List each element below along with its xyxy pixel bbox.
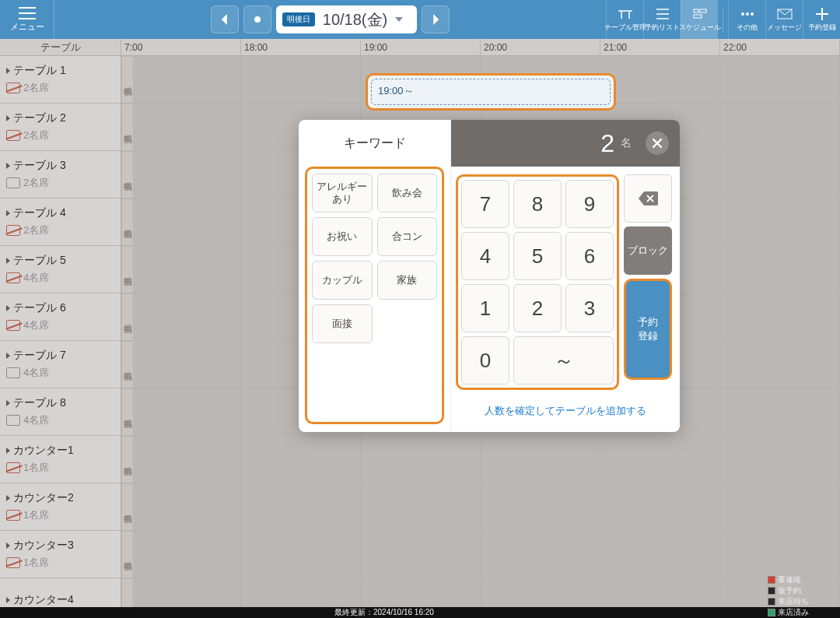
nav-new-reservation[interactable]: 予約登録 [803, 0, 840, 39]
next-day-button[interactable] [422, 5, 450, 33]
date-picker[interactable]: 明後日 10/18(金) [276, 5, 417, 33]
numpad-key-8[interactable]: 8 [513, 180, 562, 228]
close-button[interactable] [646, 132, 669, 155]
topbar-center: 明後日 10/18(金) [54, 5, 606, 33]
nav-schedule[interactable]: スケジュール [681, 0, 718, 39]
numpad-key-～[interactable]: ～ [513, 336, 614, 384]
reservation-popup: キーワード アレルギーあり飲み会お祝い合コンカップル家族面接 2 名 78945… [299, 120, 680, 432]
numpad-panel: 2 名 7894561230～ ブロック 予約登録 人数を確定してテーブルを追加… [451, 120, 680, 432]
nav-message[interactable]: メッセージ [765, 0, 803, 39]
keyword-button[interactable]: お祝い [312, 217, 373, 256]
close-icon [652, 138, 663, 149]
guest-count-display: 2 名 [451, 120, 680, 167]
numpad-key-7[interactable]: 7 [461, 180, 509, 228]
topbar-right: テーブル管理 予約リスト スケジュール その他 メッセージ 予約登録 [606, 0, 840, 39]
legend-item: 要連絡 [768, 574, 832, 585]
svg-rect-1 [700, 9, 706, 12]
backspace-icon [637, 190, 659, 207]
menu-button[interactable]: メニュー [0, 0, 54, 39]
date-badge: 明後日 [282, 12, 315, 26]
nav-reservation-list[interactable]: 予約リスト [643, 0, 681, 39]
slot-label: 19:00～ [378, 84, 414, 98]
keyword-panel: キーワード アレルギーあり飲み会お祝い合コンカップル家族面接 [299, 120, 451, 432]
status-bar: 最終更新：2024/10/16 16:20 要連絡 仮予約 来店待ち 来店済み … [0, 607, 840, 618]
keypad-highlight: 7894561230～ [456, 174, 619, 390]
keyword-button[interactable]: 面接 [312, 304, 373, 343]
keyword-title: キーワード [299, 120, 450, 167]
backspace-button[interactable] [624, 174, 672, 223]
prev-day-button[interactable] [211, 5, 239, 33]
numpad-key-9[interactable]: 9 [565, 180, 614, 228]
last-updated: 最終更新：2024/10/16 16:20 [334, 607, 434, 618]
guest-count-unit: 名 [621, 136, 632, 150]
today-button[interactable] [243, 5, 271, 33]
svg-point-5 [751, 12, 754, 16]
hamburger-icon [19, 7, 36, 19]
confirm-reservation-button[interactable]: 予約登録 [624, 279, 672, 380]
svg-point-3 [741, 12, 744, 16]
date-text: 10/18(金) [323, 9, 387, 30]
chevron-down-icon [395, 17, 403, 22]
mail-icon [776, 7, 793, 21]
keyword-button[interactable]: 家族 [377, 261, 438, 300]
legend-item: 来店済み [768, 607, 832, 618]
numpad-key-3[interactable]: 3 [565, 284, 614, 332]
svg-rect-2 [694, 15, 702, 18]
list-icon [654, 7, 671, 21]
topbar: メニュー 明後日 10/18(金) テーブル管理 予約リスト スケジュール その… [0, 0, 840, 39]
keyword-button[interactable]: カップル [312, 261, 373, 300]
numpad-key-2[interactable]: 2 [513, 284, 562, 332]
svg-rect-0 [694, 9, 698, 12]
keyword-button[interactable]: 合コン [377, 217, 438, 256]
keyword-grid-highlight: アレルギーあり飲み会お祝い合コンカップル家族面接 [305, 167, 444, 424]
numpad-key-4[interactable]: 4 [461, 232, 509, 280]
schedule-icon [691, 7, 709, 21]
svg-point-4 [746, 12, 749, 16]
table-icon [617, 7, 634, 21]
block-button[interactable]: ブロック [624, 226, 672, 275]
add-table-link[interactable]: 人数を確定してテーブルを追加する [451, 395, 680, 432]
numpad-key-5[interactable]: 5 [513, 232, 562, 280]
legend-item: 来店待ち [768, 596, 832, 607]
plus-icon [814, 7, 831, 21]
keyword-button[interactable]: アレルギーあり [312, 174, 373, 212]
numpad-key-1[interactable]: 1 [461, 284, 509, 332]
nav-other[interactable]: その他 [728, 0, 765, 39]
guest-count-value: 2 [600, 129, 614, 158]
numpad-key-0[interactable]: 0 [461, 336, 509, 384]
dots-icon [739, 7, 756, 21]
menu-label: メニュー [10, 21, 44, 33]
time-slot-selection[interactable]: 19:00～ [366, 73, 616, 111]
nav-table-manage[interactable]: テーブル管理 [606, 0, 643, 39]
numpad-key-6[interactable]: 6 [565, 232, 614, 280]
keyword-button[interactable]: 飲み会 [377, 174, 438, 212]
legend-item: 仮予約 [768, 585, 832, 596]
